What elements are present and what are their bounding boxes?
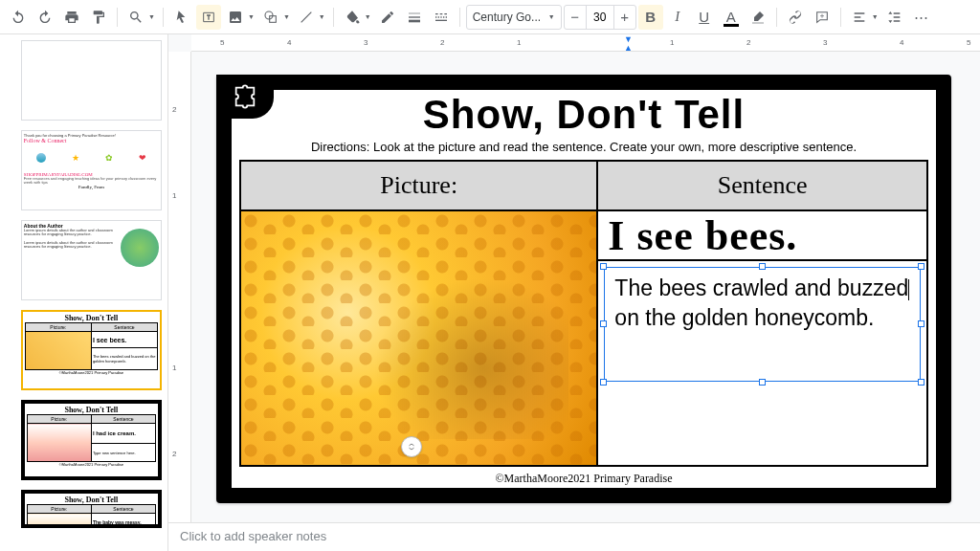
- slide-thumb-3[interactable]: About the Author Lorem ipsum details abo…: [21, 220, 162, 300]
- resize-handle[interactable]: [759, 263, 766, 270]
- edit-textbox[interactable]: The bees crawled and buzzed on the golde…: [604, 267, 921, 382]
- thumb-number: [6, 130, 17, 132]
- resize-handle[interactable]: [600, 263, 607, 270]
- workspace: Thank you for choosing a Primary Paradis…: [0, 34, 980, 551]
- thumb-copyright: ©MarthaMoore2021 Primary Paradise: [27, 462, 156, 467]
- thumb-number: [6, 310, 17, 312]
- font-size-group: − 30 +: [564, 5, 636, 30]
- slide-viewport: Show, Don't Tell Directions: Look at the…: [216, 75, 951, 503]
- slide-title: Show, Don't Tell: [232, 92, 936, 138]
- font-size-increase-button[interactable]: +: [614, 6, 635, 29]
- underline-button[interactable]: U: [692, 5, 717, 30]
- thumb-number: [6, 220, 17, 222]
- thumb-row[interactable]: Thank you for choosing a Primary Paradis…: [6, 130, 162, 210]
- canvas-area[interactable]: 5 4 3 2 1 1 2 3 4 5 ▼ ▲ 2 1 1 2 Show, Do…: [168, 34, 980, 551]
- thumb-text: Free resources and engaging teaching ide…: [24, 177, 159, 185]
- ruler-horizontal: 5 4 3 2 1 1 2 3 4 5 ▼ ▲: [191, 34, 980, 52]
- textbox-tool-button[interactable]: [196, 5, 221, 30]
- resize-handle[interactable]: [918, 379, 924, 386]
- thumb-row[interactable]: About the Author Lorem ipsum details abo…: [6, 220, 162, 300]
- thumb-table: Picture:Sentence I see bees. The bees cr…: [25, 322, 158, 370]
- resize-handle[interactable]: [918, 320, 924, 327]
- text-color-swatch: [724, 24, 739, 27]
- separator: [333, 8, 334, 27]
- thumb-row[interactable]: Show, Don't Tell Picture:Sentence I see …: [6, 310, 162, 390]
- thumb-title: Show, Don't Tell: [25, 314, 158, 322]
- resize-handle[interactable]: [600, 379, 607, 386]
- image-options-button[interactable]: [401, 436, 422, 457]
- textbox-selection[interactable]: The bees crawled and buzzed on the golde…: [604, 267, 921, 382]
- thumb-row[interactable]: Show, Don't Tell Picture:Sentence The ba…: [6, 490, 162, 528]
- author-photo-icon: [121, 229, 159, 267]
- slide[interactable]: Show, Don't Tell Directions: Look at the…: [216, 75, 951, 503]
- font-size-input[interactable]: 30: [586, 6, 614, 29]
- line-spacing-button[interactable]: [882, 5, 907, 30]
- puzzle-icon: [232, 83, 258, 110]
- image-dropdown-icon[interactable]: ▼: [248, 13, 255, 20]
- resize-handle[interactable]: [918, 263, 924, 270]
- thumb-number: [6, 40, 17, 42]
- insert-comment-button[interactable]: [810, 5, 835, 30]
- thumb-copyright: ©MarthaMoore2021 Primary Paradise: [25, 370, 158, 375]
- fill-color-button[interactable]: [340, 5, 365, 30]
- border-weight-button[interactable]: [402, 5, 427, 30]
- thumb-title: Show, Don't Tell: [27, 406, 156, 414]
- italic-button[interactable]: I: [665, 5, 690, 30]
- redo-button[interactable]: [33, 5, 57, 30]
- line-tool-button[interactable]: [294, 5, 319, 30]
- thumb-table: Picture:Sentence I had ice cream. Type n…: [27, 414, 156, 462]
- paint-format-button[interactable]: [86, 5, 111, 30]
- thumb-footer: Fondly, From: [24, 185, 159, 189]
- slide-thumb-2[interactable]: Thank you for choosing a Primary Paradis…: [21, 130, 162, 210]
- zoom-dropdown-icon[interactable]: ▼: [148, 13, 155, 20]
- insert-link-button[interactable]: [783, 5, 808, 30]
- shape-tool-button[interactable]: [258, 5, 283, 30]
- align-dropdown-icon[interactable]: ▼: [872, 13, 879, 20]
- separator: [840, 8, 841, 27]
- ruler-indicator-icon[interactable]: ▲: [624, 43, 633, 52]
- font-family-select[interactable]: Century Go... ▼: [466, 5, 562, 30]
- slide-thumb-4[interactable]: Show, Don't Tell Picture:Sentence I see …: [21, 310, 162, 390]
- fill-dropdown-icon[interactable]: ▼: [365, 13, 371, 20]
- text-color-button[interactable]: A: [719, 5, 744, 30]
- slide-directions: Directions: Look at the picture and read…: [241, 140, 926, 154]
- undo-button[interactable]: [6, 5, 31, 30]
- slide-thumb-6[interactable]: Show, Don't Tell Picture:Sentence The ba…: [21, 490, 162, 528]
- font-size-decrease-button[interactable]: −: [565, 6, 586, 29]
- content-table: Picture: Sentence I see bees.: [239, 160, 928, 467]
- print-button[interactable]: [59, 5, 84, 30]
- select-tool-button[interactable]: [169, 5, 194, 30]
- prompt-sentence: I see bees.: [598, 211, 926, 261]
- border-color-button[interactable]: [375, 5, 400, 30]
- avatar-icon: [36, 153, 46, 163]
- separator: [776, 8, 777, 27]
- picture-cell: [240, 210, 597, 466]
- resize-handle[interactable]: [759, 379, 766, 386]
- align-button[interactable]: [847, 5, 872, 30]
- speaker-notes[interactable]: Click to add speaker notes: [168, 522, 980, 551]
- highlight-color-button[interactable]: [746, 5, 770, 30]
- thumb-number: [6, 400, 17, 402]
- thumb-row[interactable]: Show, Don't Tell Picture:Sentence I had …: [6, 400, 162, 480]
- slide-thumb-1[interactable]: [21, 40, 162, 121]
- thumb-table: Picture:Sentence The baby was messy.: [27, 504, 156, 528]
- bold-button[interactable]: B: [638, 5, 663, 30]
- puzzle-corner: [216, 75, 274, 119]
- shape-dropdown-icon[interactable]: ▼: [283, 13, 290, 20]
- line-dropdown-icon[interactable]: ▼: [319, 13, 325, 20]
- border-dash-button[interactable]: [429, 5, 454, 30]
- text-caret: [908, 279, 909, 300]
- zoom-button[interactable]: [123, 5, 148, 30]
- separator: [117, 8, 118, 27]
- slide-thumb-5[interactable]: Show, Don't Tell Picture:Sentence I had …: [21, 400, 162, 480]
- separator: [459, 8, 460, 27]
- filmstrip[interactable]: Thank you for choosing a Primary Paradis…: [0, 34, 168, 551]
- more-button[interactable]: ⋯: [909, 5, 934, 30]
- chevron-down-icon: ▼: [548, 13, 555, 20]
- resize-handle[interactable]: [600, 320, 607, 327]
- th-picture: Picture:: [240, 161, 597, 210]
- sentence-cell: I see bees. The bees crawled and buzzed …: [597, 210, 927, 466]
- thumb-title: Show, Don't Tell: [27, 496, 156, 504]
- thumb-row[interactable]: [6, 40, 162, 121]
- image-tool-button[interactable]: [223, 5, 248, 30]
